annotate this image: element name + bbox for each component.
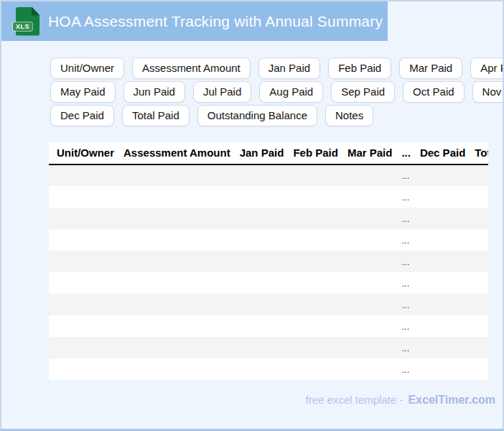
cell-empty [347, 229, 402, 251]
chip-row: May PaidJun PaidJul PaidAug PaidSep Paid… [50, 81, 504, 103]
cell-empty [123, 251, 240, 272]
title-banner: XLS HOA Assessment Tracking with Annual … [1, 1, 388, 41]
cell-empty [240, 315, 294, 337]
cell-empty [475, 337, 488, 358]
page-title: HOA Assessment Tracking with Annual Summ… [48, 13, 383, 30]
column-header-feb-paid: Feb Paid [293, 142, 347, 164]
table-row: ... [49, 337, 488, 358]
cell-empty [475, 164, 488, 186]
cell-empty [293, 315, 347, 337]
cell-empty [293, 272, 347, 294]
cell-empty [240, 251, 294, 272]
file-body-shape [16, 7, 39, 36]
cell-empty [240, 337, 294, 358]
cell-empty [240, 186, 294, 208]
cell-empty [347, 272, 402, 294]
table-row: ... [49, 208, 488, 229]
chip-assessment-amount[interactable]: Assessment Amount [132, 57, 251, 79]
cell-empty [420, 229, 475, 251]
cell-ellipsis: ... [401, 186, 420, 208]
cell-empty [347, 315, 402, 337]
cell-empty [293, 229, 347, 251]
cell-ellipsis: ... [401, 272, 420, 294]
cell-empty [475, 208, 488, 229]
cell-ellipsis: ... [401, 229, 420, 251]
table-row: ... [49, 229, 488, 251]
cell-ellipsis: ... [401, 315, 420, 337]
cell-empty [420, 315, 475, 337]
chip-feb-paid[interactable]: Feb Paid [328, 57, 391, 79]
column-header-jan-paid: Jan Paid [240, 142, 294, 164]
table-row: ... [49, 358, 488, 380]
chip-jan-paid[interactable]: Jan Paid [258, 57, 320, 79]
chip-row: Dec PaidTotal PaidOutstanding BalanceNot… [50, 105, 504, 126]
cell-empty [420, 358, 475, 380]
cell-empty [420, 164, 475, 186]
cell-empty [420, 337, 475, 358]
cell-empty [475, 315, 488, 337]
cell-empty [240, 164, 294, 186]
column-header-mar-paid: Mar Paid [347, 142, 402, 164]
table-row: ... [49, 251, 488, 272]
cell-ellipsis: ... [401, 208, 420, 229]
cell-empty [293, 186, 347, 208]
cell-empty [123, 229, 240, 251]
chip-may-paid[interactable]: May Paid [50, 81, 116, 103]
chip-sep-paid[interactable]: Sep Paid [331, 81, 395, 103]
cell-empty [475, 294, 488, 315]
cell-empty [123, 337, 240, 358]
chip-dec-paid[interactable]: Dec Paid [50, 105, 114, 126]
cell-empty [123, 358, 240, 380]
cell-empty [420, 272, 475, 294]
cell-empty [49, 272, 123, 294]
footer-prefix: free excel template - [306, 394, 403, 406]
cell-ellipsis: ... [401, 164, 420, 186]
cell-empty [123, 208, 240, 229]
cell-empty [49, 186, 123, 208]
cell-empty [293, 164, 347, 186]
chip-total-paid[interactable]: Total Paid [122, 105, 190, 126]
cell-ellipsis: ... [401, 337, 420, 358]
cell-empty [240, 358, 294, 380]
table-row: ... [49, 294, 488, 315]
cell-empty [420, 251, 475, 272]
cell-empty [475, 272, 488, 294]
cell-empty [475, 358, 488, 380]
cell-empty [123, 294, 240, 315]
cell-empty [347, 294, 402, 315]
cell-ellipsis: ... [401, 251, 420, 272]
chip-nov-paid[interactable]: Nov Paid [472, 81, 504, 103]
chip-apr-paid[interactable]: Apr Paid [470, 57, 504, 79]
cell-empty [49, 208, 123, 229]
cell-empty [420, 208, 475, 229]
chip-jul-paid[interactable]: Jul Paid [193, 81, 251, 103]
cell-empty [293, 337, 347, 358]
table-row: ... [49, 315, 488, 337]
cell-empty [347, 358, 402, 380]
chip-outstanding-balance[interactable]: Outstanding Balance [197, 105, 317, 126]
page: { "header": { "title": "HOA Assessment T… [0, 0, 504, 431]
table-body: .............................. [49, 164, 488, 380]
chip-jun-paid[interactable]: Jun Paid [123, 81, 185, 103]
xls-badge-label: XLS [13, 22, 32, 31]
chip-notes[interactable]: Notes [325, 105, 373, 126]
table-row: ... [49, 272, 488, 294]
cell-empty [49, 294, 123, 315]
cell-empty [123, 164, 240, 186]
table-row: ... [49, 186, 488, 208]
column-header-total-paid: Total Paid [475, 142, 488, 164]
chip-oct-paid[interactable]: Oct Paid [403, 81, 465, 103]
footer-credit: free excel template -ExcelTimer.com [306, 394, 495, 407]
column-header-dec-paid: Dec Paid [420, 142, 475, 164]
footer-brand-link[interactable]: ExcelTimer.com [408, 394, 495, 406]
cell-empty [123, 186, 240, 208]
cell-empty [293, 294, 347, 315]
chip-aug-paid[interactable]: Aug Paid [259, 81, 323, 103]
chip-mar-paid[interactable]: Mar Paid [399, 57, 462, 79]
column-header-unit-owner: Unit/Owner [49, 142, 123, 164]
table-header-row: Unit/OwnerAssessment AmountJan PaidFeb P… [49, 142, 488, 164]
chip-unit-owner[interactable]: Unit/Owner [50, 57, 124, 79]
cell-empty [347, 164, 402, 186]
cell-empty [240, 208, 294, 229]
cell-empty [49, 358, 123, 380]
